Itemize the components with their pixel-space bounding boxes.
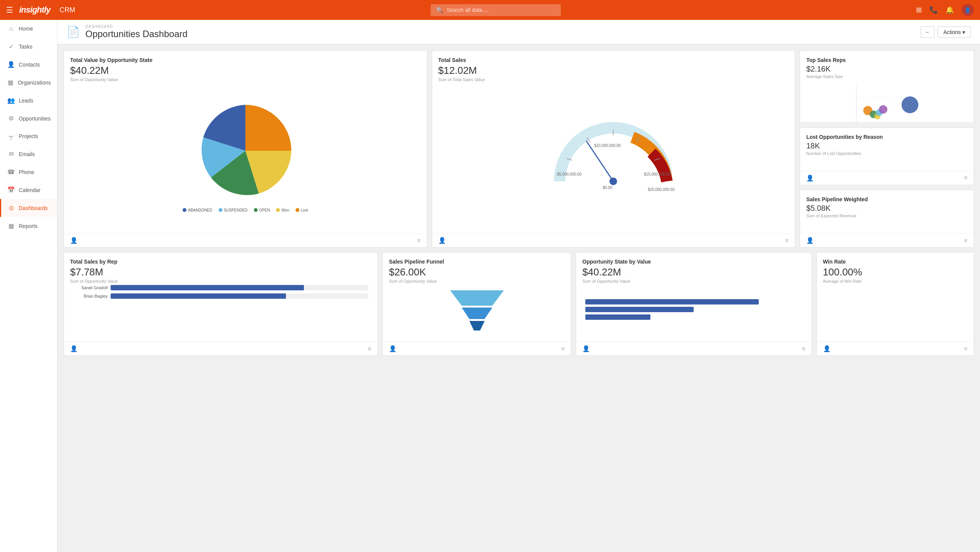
sidebar-item-emails[interactable]: ✉ Emails	[0, 145, 57, 163]
card-total-value-title: Total Value by Opportunity State	[70, 57, 421, 63]
search-bar[interactable]: 🔍	[431, 4, 561, 16]
menu-icon-6[interactable]: ≡	[368, 345, 371, 352]
page-title: Opportunities Dashboard	[85, 29, 188, 39]
sidebar-item-contacts[interactable]: 👤 Contacts	[0, 55, 57, 73]
card-lost-opps-subtitle: Number of Lost Opportunities	[806, 151, 967, 156]
legend-abandoned: ABANDONED	[183, 208, 212, 212]
user-icon[interactable]: 👤	[70, 237, 78, 244]
user-icon-6[interactable]: 👤	[70, 345, 78, 352]
card-sales-by-rep-title: Total Sales by Rep	[70, 259, 371, 265]
sidebar-item-opportunities[interactable]: ⚙ Opportunities	[0, 109, 57, 127]
sidebar-icon-leads: 👥	[7, 97, 15, 104]
hamburger-menu[interactable]: ☰	[6, 5, 13, 15]
dashboard-row-2: Total Sales by Rep $7.78M Sum of Opportu…	[64, 252, 974, 356]
phone-icon[interactable]: 📞	[929, 6, 938, 14]
breadcrumb: DASHBOARD	[85, 24, 188, 29]
user-icon-5[interactable]: 👤	[806, 237, 814, 244]
search-input[interactable]	[447, 7, 555, 13]
user-icon-2[interactable]: 👤	[438, 237, 446, 244]
card-total-sales-footer: 👤 ≡	[432, 233, 795, 247]
sidebar-icon-contacts: 👤	[7, 61, 15, 68]
dashboard-row-1: Total Value by Opportunity State $40.22M…	[64, 50, 974, 248]
legend-lost: Lost	[296, 208, 308, 212]
legend-won: Won	[276, 208, 289, 212]
sidebar-label-projects: Projects	[19, 133, 38, 139]
svg-text:$15,000,000.00: $15,000,000.00	[644, 172, 671, 176]
sidebar-item-home[interactable]: ⌂ Home	[0, 20, 57, 37]
sidebar-item-reports[interactable]: ▦ Reports	[0, 217, 57, 235]
app-logo: insightly	[19, 5, 50, 15]
card-win-rate-subtitle: Average of Win Rate	[823, 279, 967, 283]
card-lost-opps: Lost Opportunities by Reason 18K Number …	[800, 127, 974, 185]
menu-icon-7[interactable]: ≡	[561, 345, 565, 352]
bar-row-1: Sarah Gradolf	[73, 285, 368, 290]
funnel-svg	[446, 287, 508, 332]
menu-icon[interactable]: ≡	[417, 237, 420, 244]
bar-label-2: Brian Bagley	[73, 294, 108, 298]
card-total-sales: Total Sales $12.02M Sum of Total Sales V…	[432, 50, 795, 248]
bar-fill-1	[111, 285, 304, 290]
menu-icon-9[interactable]: ≡	[964, 345, 967, 352]
avatar[interactable]: 👤	[962, 4, 974, 16]
sidebar-item-phone[interactable]: ☎ Phone	[0, 163, 57, 181]
card-lost-opps-footer: 👤 ≡	[800, 171, 973, 185]
card-opp-state: Opportunity State by Value $40.22M Sum o…	[576, 252, 812, 356]
sidebar-item-leads[interactable]: 👥 Leads	[0, 91, 57, 109]
funnel-chart	[389, 283, 565, 335]
menu-icon-8[interactable]: ≡	[802, 345, 805, 352]
sidebar-item-projects[interactable]: ┬ Projects	[0, 127, 57, 145]
actions-button[interactable]: Actions ▾	[938, 26, 971, 38]
card-total-sales-title: Total Sales	[438, 57, 789, 63]
card-total-sales-value: $12.02M	[438, 65, 789, 77]
user-icon-4[interactable]: 👤	[806, 174, 814, 182]
pie-legend: ABANDONED SUSPENDED OPEN	[183, 208, 308, 212]
sidebar-icon-home: ⌂	[7, 25, 15, 32]
card-opp-state-value: $40.22M	[582, 266, 805, 278]
card-win-rate-footer: 👤 ≡	[817, 342, 973, 355]
svg-text:$10,000,000.00: $10,000,000.00	[595, 143, 621, 148]
back-button[interactable]: ←	[921, 26, 934, 38]
hbar-row-1	[585, 299, 802, 304]
svg-marker-22	[450, 290, 504, 306]
menu-icon-5[interactable]: ≡	[964, 237, 967, 244]
add-icon[interactable]: ⊞	[916, 6, 922, 14]
pie-chart-svg	[192, 97, 299, 204]
card-lost-opps-title: Lost Opportunities by Reason	[806, 134, 967, 140]
card-pipeline-weighted: Sales Pipeline Weighted $5.08K Sum of Ex…	[800, 190, 974, 248]
svg-text:$0.00: $0.00	[603, 186, 612, 190]
card-lost-opps-value: 18K	[806, 142, 967, 150]
svg-marker-23	[462, 308, 492, 319]
menu-icon-2[interactable]: ≡	[785, 237, 789, 244]
user-icon-7[interactable]: 👤	[389, 345, 397, 352]
sidebar-icon-projects: ┬	[7, 133, 15, 140]
menu-icon-4[interactable]: ≡	[964, 174, 967, 181]
card-opp-state-title: Opportunity State by Value	[582, 259, 805, 265]
card-pipeline-weighted-value: $5.08K	[806, 204, 967, 213]
card-sales-by-rep-subtitle: Sum of Opportunity Value	[70, 279, 371, 283]
sidebar-label-phone: Phone	[19, 169, 34, 175]
card-pipeline-weighted-title: Sales Pipeline Weighted	[806, 196, 967, 202]
sidebar: ⌂ Home ✓ Tasks 👤 Contacts ▦ Organization…	[0, 20, 57, 552]
search-icon: 🔍	[436, 7, 444, 14]
sidebar-label-opportunities: Opportunities	[19, 116, 51, 122]
sidebar-icon-dashboards: ⊙	[7, 204, 15, 212]
sidebar-label-dashboards: Dashboards	[19, 205, 48, 211]
bar-track-2	[111, 293, 368, 299]
sidebar-item-calendar[interactable]: 📅 Calendar	[0, 181, 57, 199]
sidebar-label-emails: Emails	[19, 151, 35, 157]
bar-chart: Sarah Gradolf Brian Bagley	[70, 283, 371, 335]
gauge-svg: $10,000,000.00 $5,000,000.00 $15,000,000…	[548, 109, 678, 200]
sidebar-item-dashboards[interactable]: ⊙ Dashboards	[0, 199, 57, 217]
sidebar-label-calendar: Calendar	[19, 187, 41, 193]
sidebar-item-tasks[interactable]: ✓ Tasks	[0, 37, 57, 55]
sidebar-label-reports: Reports	[19, 223, 38, 229]
pie-chart: ABANDONED SUSPENDED OPEN	[70, 82, 421, 227]
sidebar-icon-calendar: 📅	[7, 186, 15, 194]
gauge-chart: $10,000,000.00 $5,000,000.00 $15,000,000…	[438, 82, 789, 227]
card-top-sales-reps-subtitle: Average Sales Size	[806, 74, 967, 79]
sidebar-icon-reports: ▦	[7, 222, 15, 230]
user-icon-8[interactable]: 👤	[582, 345, 590, 352]
sidebar-item-organizations[interactable]: ▦ Organizations	[0, 73, 57, 91]
bell-icon[interactable]: 🔔	[946, 6, 954, 14]
user-icon-9[interactable]: 👤	[823, 345, 831, 352]
